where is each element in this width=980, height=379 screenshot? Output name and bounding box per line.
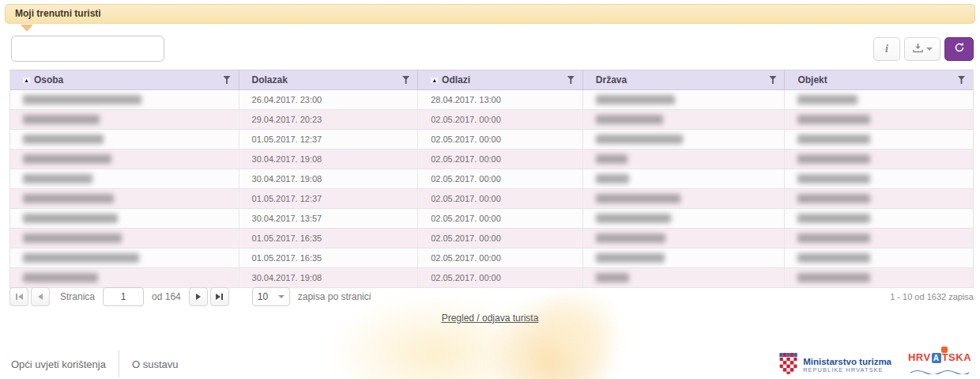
filter-icon[interactable] — [567, 76, 575, 84]
cell-osoba[interactable] — [10, 130, 239, 149]
tab-moji-trenutni-turisti[interactable]: Moji trenutni turisti — [5, 4, 975, 24]
table-row[interactable]: 01.05.2017. 16:3502.05.2017. 00:00 — [10, 229, 973, 248]
stranica-label: Stranica — [60, 291, 95, 302]
cell-osoba[interactable] — [10, 229, 239, 248]
sort-asc-icon: ▲ — [431, 78, 438, 83]
cell-osoba[interactable] — [10, 189, 239, 208]
redacted-text — [23, 154, 111, 164]
redacted-text — [596, 273, 629, 282]
table-row[interactable]: 26.04.2017. 23:0028.04.2017. 13:00 — [10, 90, 973, 110]
search-input[interactable] — [11, 36, 164, 62]
cell-drzava[interactable] — [583, 189, 786, 208]
cell-objekt[interactable] — [785, 90, 973, 109]
cell-dolazak: 30.04.2017. 13:57 — [239, 209, 419, 228]
pagination-bar: Stranica od 164 10 zapisa po stranici 1 … — [9, 285, 974, 309]
page-size-select[interactable]: 10 — [252, 287, 290, 306]
tab-pointer — [21, 25, 33, 32]
info-button[interactable]: i — [873, 37, 900, 61]
cell-osoba[interactable] — [10, 90, 239, 109]
column-label: Odlazi — [442, 74, 470, 85]
cell-objekt[interactable] — [785, 209, 973, 228]
column-header-1[interactable]: Dolazak — [239, 70, 419, 89]
footer-links: Opći uvjeti korištenja O sustavu — [11, 350, 178, 378]
first-page-button[interactable] — [9, 287, 28, 306]
cell-odlazi: 02.05.2017. 00:00 — [418, 169, 583, 188]
croatian-coat-of-arms-icon — [779, 353, 797, 377]
next-page-button[interactable] — [189, 287, 208, 306]
per-page-label: zapisa po stranici — [298, 291, 371, 302]
cell-osoba[interactable] — [10, 169, 239, 188]
refresh-icon — [954, 42, 965, 56]
redacted-text — [596, 95, 675, 104]
page-number-input[interactable] — [103, 287, 144, 306]
column-label: Dolazak — [252, 74, 288, 85]
refresh-button[interactable] — [944, 37, 974, 61]
cell-objekt[interactable] — [785, 248, 973, 267]
redacted-text — [596, 194, 680, 203]
table-row[interactable]: 30.04.2017. 19:0802.05.2017. 00:00 — [10, 169, 973, 189]
filter-icon[interactable] — [958, 76, 965, 84]
cell-objekt[interactable] — [785, 189, 973, 208]
cell-osoba[interactable] — [10, 150, 239, 169]
htz-word-prefix: HRV — [908, 351, 931, 363]
column-header-0[interactable]: ▲Osoba — [10, 70, 239, 89]
redacted-text — [797, 233, 870, 243]
cell-osoba[interactable] — [10, 248, 239, 267]
redacted-text — [797, 115, 870, 124]
cell-objekt[interactable] — [785, 130, 973, 149]
last-page-button[interactable] — [210, 287, 229, 306]
cell-objekt[interactable] — [785, 169, 973, 188]
filter-icon[interactable] — [402, 76, 409, 84]
cell-osoba[interactable] — [10, 110, 239, 129]
cell-drzava[interactable] — [583, 90, 786, 109]
download-icon — [913, 42, 923, 56]
cell-dolazak: 01.05.2017. 12:37 — [239, 130, 419, 149]
table-row[interactable]: 01.05.2017. 12:3702.05.2017. 00:00 — [10, 189, 973, 209]
htz-wave-icon — [910, 370, 970, 374]
previous-page-button[interactable] — [31, 287, 50, 306]
cell-dolazak: 30.04.2017. 19:08 — [239, 150, 419, 169]
redacted-text — [596, 174, 629, 184]
pregled-odjava-turista-link[interactable]: Pregled / odjava turista — [442, 313, 539, 324]
column-header-3[interactable]: Država — [583, 70, 786, 89]
cell-dolazak: 26.04.2017. 23:00 — [239, 90, 419, 109]
redacted-text — [797, 95, 858, 104]
cell-drzava[interactable] — [583, 150, 786, 169]
column-header-2[interactable]: ▲Odlazi — [418, 70, 583, 89]
table-row[interactable]: 30.04.2017. 13:5702.05.2017. 00:00 — [10, 209, 973, 229]
cell-objekt[interactable] — [785, 110, 973, 129]
cell-drzava[interactable] — [583, 248, 786, 267]
cell-dolazak: 01.05.2017. 16:35 — [239, 229, 419, 248]
redacted-text — [797, 194, 870, 203]
cell-drzava[interactable] — [583, 169, 786, 188]
export-button[interactable] — [904, 37, 940, 61]
footer-divider — [119, 351, 119, 377]
footer-link-o-sustavu[interactable]: O sustavu — [132, 358, 179, 370]
sort-asc-icon: ▲ — [23, 78, 30, 83]
cell-objekt[interactable] — [785, 150, 973, 169]
redacted-text — [797, 273, 870, 282]
cell-osoba[interactable] — [10, 209, 239, 228]
table-row[interactable]: 01.05.2017. 12:3702.05.2017. 00:00 — [10, 130, 973, 150]
table-row[interactable]: 30.04.2017. 19:0802.05.2017. 00:00 — [10, 150, 973, 169]
last-page-icon — [221, 294, 223, 300]
first-page-icon — [16, 294, 17, 300]
cell-drzava[interactable] — [583, 209, 786, 228]
table-row[interactable]: 29.04.2017. 20:2302.05.2017. 00:00 — [10, 110, 973, 130]
ministry-name: Ministarstvo turizma — [803, 357, 891, 366]
redacted-text — [23, 135, 104, 144]
cell-drzava[interactable] — [583, 110, 786, 129]
filter-icon[interactable] — [769, 76, 776, 84]
cell-drzava[interactable] — [583, 229, 786, 248]
htz-orange-square-icon — [941, 347, 948, 353]
toolbar: i — [873, 37, 974, 61]
table-row[interactable]: 01.05.2017. 16:3502.05.2017. 00:00 — [10, 248, 973, 268]
redacted-text — [23, 214, 118, 223]
cell-drzava[interactable] — [583, 130, 786, 149]
action-link-row: Pregled / odjava turista — [0, 310, 980, 324]
cell-objekt[interactable] — [785, 229, 973, 248]
filter-icon[interactable] — [224, 76, 231, 84]
redacted-text — [23, 95, 141, 104]
column-header-4[interactable]: Objekt — [785, 70, 973, 89]
footer-link-opci-uvjeti[interactable]: Opći uvjeti korištenja — [11, 358, 106, 370]
